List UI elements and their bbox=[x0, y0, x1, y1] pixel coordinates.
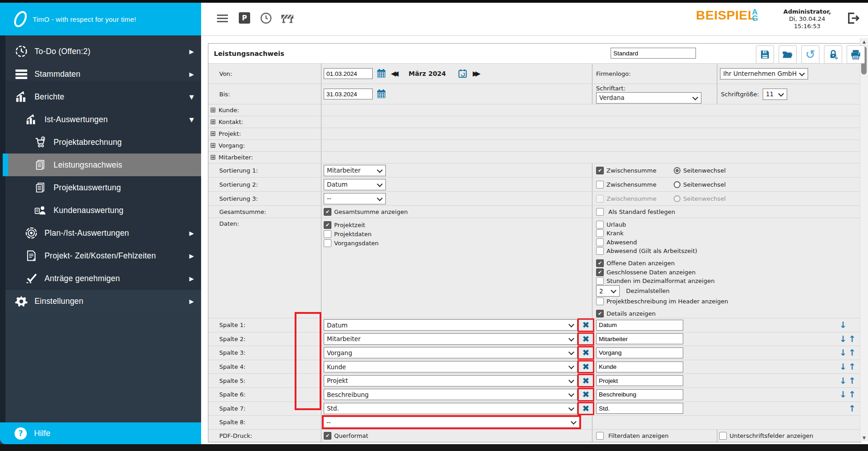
vorgangsdaten-checkbox[interactable] bbox=[324, 239, 331, 247]
scroll-up-icon[interactable]: ▲ bbox=[860, 38, 868, 45]
sidebar-item-berichte[interactable]: Berichte ▼ bbox=[5, 85, 201, 108]
spalte8-select[interactable]: -- bbox=[324, 417, 579, 427]
projektbeschreibung-header-checkbox[interactable] bbox=[596, 297, 604, 305]
spalte3-title-input[interactable] bbox=[596, 347, 683, 358]
dezimalstellen-select[interactable]: 2 bbox=[596, 285, 620, 297]
urlaub-checkbox[interactable] bbox=[596, 221, 604, 228]
expand-icon[interactable]: ⊞ bbox=[210, 107, 216, 114]
sidebar-item-kundenauswertung[interactable]: Kundenauswertung bbox=[5, 199, 201, 222]
clock-icon[interactable] bbox=[260, 12, 272, 25]
schriftgroesse-select[interactable]: 11 bbox=[763, 89, 787, 100]
next-month-button[interactable]: ▶▶ bbox=[473, 70, 480, 77]
zwischensumme3-checkbox[interactable] bbox=[596, 195, 604, 203]
menu-toggle-icon[interactable] bbox=[217, 13, 228, 24]
sidebar-item-todo[interactable]: To-Do (Offen:2) ▶ bbox=[5, 40, 201, 63]
prev-month-button[interactable]: ◀◀ bbox=[391, 70, 399, 77]
spalte6-title-input[interactable] bbox=[596, 389, 683, 400]
help-icon: ? bbox=[15, 427, 27, 440]
filterdaten-checkbox[interactable] bbox=[596, 432, 604, 440]
preset-name-input[interactable] bbox=[611, 48, 696, 59]
expand-icon[interactable]: ⊞ bbox=[210, 142, 216, 149]
unterschriftsfelder-checkbox[interactable] bbox=[719, 432, 727, 440]
schriftart-select[interactable]: Verdana bbox=[596, 92, 701, 104]
spalte1-select[interactable]: Datum bbox=[324, 319, 577, 331]
sidebar-item-ist-auswertungen[interactable]: Ist-Auswertungen ▼ bbox=[5, 108, 201, 131]
spalte5-select[interactable]: Projekt bbox=[324, 375, 577, 387]
date-from-input[interactable] bbox=[324, 68, 373, 79]
barrier-icon[interactable] bbox=[281, 14, 294, 25]
seitenwechsel2-radio[interactable] bbox=[674, 181, 681, 188]
sidebar-item-hilfe[interactable]: ? Hilfe bbox=[0, 422, 201, 444]
print-button[interactable] bbox=[847, 45, 865, 64]
expand-icon[interactable]: ⊞ bbox=[210, 154, 216, 161]
sidebar-item-leistungsnachweis[interactable]: Leistungsnachweis bbox=[5, 154, 201, 176]
remove-column-button[interactable]: ✖ bbox=[577, 374, 594, 387]
zwischensumme1-checkbox[interactable] bbox=[596, 167, 604, 174]
sidebar-item-plan-ist-auswertungen[interactable]: Plan-/Ist-Auswertungen ▶ bbox=[5, 222, 201, 244]
current-month-label: März 2024 bbox=[409, 70, 446, 77]
save-button[interactable] bbox=[756, 45, 774, 64]
spalte2-title-input[interactable] bbox=[596, 333, 683, 344]
calendar-icon[interactable] bbox=[376, 89, 386, 99]
expand-icon[interactable]: ⊞ bbox=[210, 130, 216, 137]
geschlossene-daten-checkbox[interactable] bbox=[596, 268, 604, 276]
zwischensumme2-checkbox[interactable] bbox=[596, 181, 604, 188]
vertical-scrollbar[interactable]: ▲ ▼ bbox=[860, 38, 868, 441]
spalte2-label: Spalte 2: bbox=[219, 336, 246, 342]
spalte7-select[interactable]: Std. bbox=[324, 403, 577, 414]
remove-column-button[interactable]: ✖ bbox=[577, 318, 594, 332]
spalte4-select[interactable]: Kunde bbox=[324, 361, 577, 372]
abwesend-checkbox[interactable] bbox=[596, 238, 604, 246]
todo-clock-icon bbox=[14, 44, 29, 59]
calendar-icon[interactable] bbox=[376, 69, 386, 79]
sidebar-item-projektauswertung[interactable]: Projektauswertung bbox=[5, 176, 201, 199]
krank-checkbox[interactable] bbox=[596, 229, 604, 237]
firmenlogo-select[interactable]: Ihr Unternehmen GmbH bbox=[720, 68, 808, 79]
spalte1-title-input[interactable] bbox=[596, 320, 683, 331]
sidebar-item-projekt-zeit-kosten[interactable]: Projekt- Zeit/Kosten/Fehlzeiten ▶ bbox=[5, 244, 201, 267]
spalte5-title-input[interactable] bbox=[596, 375, 683, 386]
dezimalformat-checkbox[interactable] bbox=[596, 277, 604, 285]
presentation-icon[interactable]: P bbox=[239, 12, 250, 24]
seitenwechsel3-radio[interactable] bbox=[674, 195, 681, 202]
spalte3-select[interactable]: Vorgang bbox=[324, 347, 577, 358]
remove-column-button[interactable]: ✖ bbox=[577, 346, 594, 360]
expand-icon[interactable]: ⊞ bbox=[210, 119, 216, 125]
sortierung2-select[interactable]: Datum bbox=[324, 179, 386, 190]
remove-column-button[interactable]: ✖ bbox=[577, 388, 594, 401]
abwesend-arbeitszeit-checkbox[interactable] bbox=[596, 247, 604, 255]
sortierung2-label: Sortierung 2: bbox=[219, 181, 258, 188]
sidebar-item-antraege-genehmigen[interactable]: Anträge genehmigen ▶ bbox=[5, 267, 201, 290]
projektzeit-checkbox[interactable] bbox=[324, 221, 331, 229]
spalte7-title-input[interactable] bbox=[596, 403, 683, 414]
sidebar-item-stammdaten[interactable]: Stammdaten ▶ bbox=[5, 63, 201, 85]
als-standard-checkbox[interactable] bbox=[596, 208, 604, 216]
scroll-down-icon[interactable]: ▼ bbox=[860, 434, 868, 441]
lock-button[interactable] bbox=[824, 45, 842, 64]
querformat-checkbox[interactable] bbox=[324, 432, 331, 440]
details-anzeigen-checkbox[interactable] bbox=[596, 310, 604, 317]
chevron-right-icon: ▶ bbox=[189, 71, 194, 78]
gesamtsumme-checkbox[interactable] bbox=[324, 208, 331, 216]
spalte6-select[interactable]: Beschreibung bbox=[324, 389, 577, 400]
sortierung3-select[interactable]: -- bbox=[324, 193, 386, 204]
undo-button[interactable]: ↺ bbox=[801, 45, 819, 64]
logout-icon[interactable] bbox=[846, 11, 860, 27]
sidebar-item-projektabrechnung[interactable]: $ Projektabrechnung bbox=[5, 131, 201, 154]
bis-label: Bis: bbox=[219, 91, 230, 98]
seitenwechsel1-radio[interactable] bbox=[674, 167, 681, 174]
sortierung1-select[interactable]: Mitarbeiter bbox=[324, 165, 386, 176]
open-folder-button[interactable] bbox=[779, 45, 797, 64]
spalte2-select[interactable]: Mitarbeiter bbox=[324, 333, 577, 345]
chevron-right-icon: ▶ bbox=[189, 275, 194, 282]
projektdaten-checkbox[interactable] bbox=[324, 230, 331, 238]
offene-daten-checkbox[interactable] bbox=[596, 259, 604, 267]
spalte4-title-input[interactable] bbox=[596, 362, 683, 372]
remove-column-button[interactable]: ✖ bbox=[577, 332, 594, 346]
calendar-refresh-icon[interactable] bbox=[458, 69, 468, 79]
spalte8-label: Spalte 8: bbox=[219, 419, 246, 426]
sidebar-item-einstellungen[interactable]: Einstellungen ▶ bbox=[5, 290, 201, 312]
remove-column-button[interactable]: ✖ bbox=[577, 360, 594, 374]
remove-column-button[interactable]: ✖ bbox=[577, 402, 594, 416]
date-to-input[interactable] bbox=[324, 89, 373, 99]
